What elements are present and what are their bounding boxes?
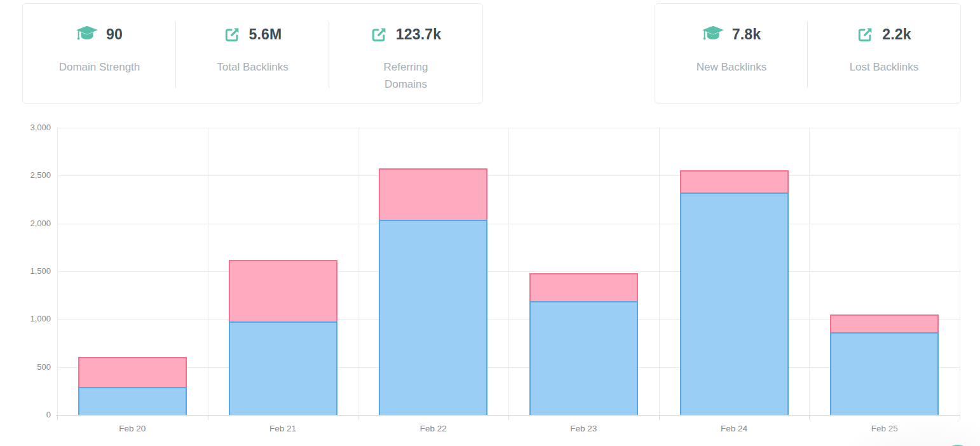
y-axis-tick-label: 2,500 bbox=[11, 170, 51, 180]
gridline-v bbox=[57, 128, 58, 415]
bar-segment-pink-feb-22[interactable] bbox=[379, 168, 487, 220]
bar-segment-blue-feb-22[interactable] bbox=[379, 220, 487, 415]
x-axis-tick bbox=[57, 415, 58, 420]
x-axis-category-label: Feb 21 bbox=[245, 424, 321, 433]
x-axis-category-label: Feb 23 bbox=[545, 424, 622, 433]
x-axis-tick bbox=[809, 415, 810, 420]
y-axis-tick-label: 0 bbox=[11, 410, 51, 419]
x-axis-tick bbox=[358, 415, 358, 420]
bar-segment-pink-feb-20[interactable] bbox=[78, 357, 187, 387]
bar-segment-blue-feb-24[interactable] bbox=[680, 193, 789, 415]
y-axis-tick-label: 2,000 bbox=[11, 219, 51, 228]
y-axis-tick-label: 3,000 bbox=[11, 123, 51, 132]
gridline-v bbox=[208, 128, 208, 415]
bar-segment-blue-feb-20[interactable] bbox=[78, 387, 187, 415]
gridline-v bbox=[508, 128, 509, 415]
x-axis-tick bbox=[508, 415, 509, 420]
bar-segment-pink-feb-21[interactable] bbox=[229, 260, 337, 321]
backlinks-stacked-bar-chart: 05001,0001,5002,0002,5003,000Feb 20Feb 2… bbox=[0, 0, 980, 446]
gridline-v bbox=[809, 128, 810, 415]
x-axis-category-label: Feb 24 bbox=[696, 424, 772, 433]
x-axis-category-label: Feb 22 bbox=[395, 424, 472, 433]
gridline-v bbox=[659, 128, 660, 415]
x-axis-category-label: Feb 20 bbox=[94, 424, 170, 433]
x-axis-tick bbox=[208, 415, 208, 420]
bar-segment-pink-feb-25[interactable] bbox=[830, 314, 939, 332]
y-axis-tick-label: 1,500 bbox=[11, 266, 51, 276]
y-axis-tick-label: 1,000 bbox=[11, 314, 51, 323]
y-axis-tick-label: 500 bbox=[11, 362, 51, 372]
x-axis-tick bbox=[659, 415, 660, 420]
bar-segment-blue-feb-25[interactable] bbox=[830, 332, 939, 415]
gridline-v bbox=[960, 128, 960, 415]
x-axis-line bbox=[56, 415, 960, 416]
bar-segment-blue-feb-23[interactable] bbox=[529, 301, 638, 415]
gridline-v bbox=[358, 128, 358, 415]
bar-segment-blue-feb-21[interactable] bbox=[229, 321, 337, 415]
bar-segment-pink-feb-24[interactable] bbox=[680, 170, 789, 193]
bar-segment-pink-feb-23[interactable] bbox=[529, 273, 638, 301]
